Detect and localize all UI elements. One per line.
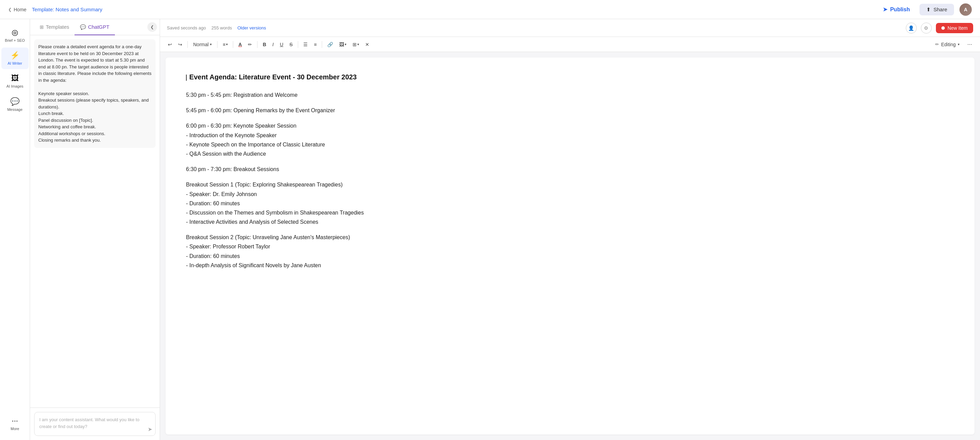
link-icon: 🔗 <box>327 42 333 47</box>
more-icon: ⋯ <box>967 42 972 47</box>
send-icon: ➤ <box>148 426 152 432</box>
home-link[interactable]: ❮ Home <box>8 7 26 12</box>
editor-meta: Saved seconds ago 255 words Older versio… <box>167 26 266 30</box>
chat-input-box[interactable]: I am your content assistant. What would … <box>34 412 156 436</box>
sidebar-item-label: More <box>11 427 19 431</box>
older-versions-link[interactable]: Older versions <box>237 26 266 30</box>
share-button[interactable]: ⬆ Share <box>920 4 954 15</box>
tab-templates[interactable]: ⊞ Templates <box>34 19 75 35</box>
chat-input-wrapper: I am your content assistant. What would … <box>34 412 156 436</box>
paragraph-style-select[interactable]: Normal ▾ <box>191 40 215 49</box>
topbar-settings-icon-button[interactable]: ⚙ <box>921 22 932 33</box>
nav-left: ❮ Home Template: Notes and Summary <box>8 6 102 12</box>
content-breakout-2: Breakout Session 2 (Topic: Unraveling Ja… <box>186 233 954 270</box>
bullet-list-icon: ☰ <box>303 42 308 47</box>
content-line-1: 5:45 pm - 6:00 pm: Opening Remarks by th… <box>186 106 954 115</box>
templates-icon: ⊞ <box>40 24 44 30</box>
link-button[interactable]: 🔗 <box>325 40 336 49</box>
bold-icon: B <box>262 42 266 47</box>
word-count: 255 words <box>211 26 232 30</box>
editor-topbar-right: 👤 ⚙ New Item <box>906 22 973 33</box>
chat-content: Please create a detailed event agenda fo… <box>30 35 160 408</box>
publish-icon: ➤ <box>883 6 887 13</box>
redo-icon: ↪ <box>178 42 182 47</box>
publish-button[interactable]: ➤ Publish <box>879 3 914 15</box>
italic-button[interactable]: I <box>270 40 276 49</box>
toolbar-sep-5 <box>298 41 298 48</box>
ai-writer-icon: ⚡ <box>10 51 19 60</box>
tab-chatgpt[interactable]: 💬 ChatGPT <box>75 19 115 35</box>
home-label: Home <box>14 7 26 12</box>
sidebar-item-message[interactable]: 💬 Message <box>2 94 29 115</box>
toolbar-sep-6 <box>322 41 322 48</box>
sidebar-item-ai-images[interactable]: 🖼 AI Images <box>2 70 29 92</box>
numbered-list-button[interactable]: ≡ <box>312 40 319 49</box>
settings-icon: ⚙ <box>924 26 928 31</box>
brief-seo-icon: ◎ <box>12 28 18 37</box>
underline-button[interactable]: U <box>277 40 286 49</box>
content-breakout-1: Breakout Session 1 (Topic: Exploring Sha… <box>186 180 954 226</box>
share-icon: ⬆ <box>926 6 931 13</box>
avatar[interactable]: A <box>959 3 972 16</box>
new-item-button[interactable]: New Item <box>936 23 973 33</box>
editing-chevron-icon: ▾ <box>958 42 959 46</box>
strikethrough-button[interactable]: S <box>287 40 295 49</box>
topbar-user-icon-button[interactable]: 👤 <box>906 22 917 33</box>
toolbar-sep-3 <box>233 41 233 48</box>
undo-button[interactable]: ↩ <box>165 40 174 49</box>
saved-text: Saved seconds ago <box>167 26 206 30</box>
sidebar-item-more[interactable]: ··· More <box>2 413 29 435</box>
sidebar-item-label: Message <box>7 107 22 112</box>
editor-toolbar: ↩ ↪ Normal ▾ ≡ ▾ A ✏ B <box>160 37 980 52</box>
text-color-button[interactable]: A <box>236 40 244 49</box>
image-chevron-icon: ▾ <box>345 42 346 46</box>
content-line-0: 5:30 pm - 5:45 pm: Registration and Welc… <box>186 90 954 100</box>
panel-collapse-button[interactable]: ❮ <box>147 22 157 32</box>
numbered-list-icon: ≡ <box>314 42 317 47</box>
bold-button[interactable]: B <box>260 40 269 49</box>
document-title: Event Agenda: Literature Event - 30 Dece… <box>186 71 954 83</box>
bullet-list-button[interactable]: ☰ <box>301 40 310 49</box>
table-icon: ⊞ <box>353 42 356 47</box>
chat-bubble: Please create a detailed event agenda fo… <box>34 39 156 148</box>
redo-button[interactable]: ↪ <box>176 40 185 49</box>
nav-right: ➤ Publish ⬆ Share A <box>879 3 972 16</box>
align-icon: ≡ <box>223 42 225 47</box>
main-layout: ◎ Brief + SEO ⚡ AI Writer 🖼 AI Images 💬 … <box>0 19 980 440</box>
editor-area: Saved seconds ago 255 words Older versio… <box>160 19 980 440</box>
sidebar-item-label: AI Writer <box>8 61 22 66</box>
content-line-6: 6:30 pm - 7:30 pm: Breakout Sessions <box>186 164 954 174</box>
highlight-button[interactable]: ✏ <box>245 40 255 49</box>
clear-format-button[interactable]: ✕ <box>363 40 372 49</box>
top-nav: ❮ Home Template: Notes and Summary ➤ Pub… <box>0 0 980 19</box>
image-button[interactable]: 🖼 ▾ <box>337 40 349 49</box>
content-line-2: 6:00 pm - 6:30 pm: Keynote Speaker Sessi… <box>186 121 954 158</box>
underline-icon: U <box>280 42 283 47</box>
panel-area: ⊞ Templates 💬 ChatGPT ❮ Please create a … <box>30 19 160 440</box>
more-icon: ··· <box>12 416 18 425</box>
chat-send-button[interactable]: ➤ <box>148 426 152 432</box>
align-button[interactable]: ≡ ▾ <box>220 40 230 49</box>
italic-icon: I <box>272 42 274 47</box>
editing-button[interactable]: ✏ Editing ▾ <box>932 40 962 49</box>
icon-sidebar: ◎ Brief + SEO ⚡ AI Writer 🖼 AI Images 💬 … <box>0 19 30 440</box>
chevron-left-icon: ❮ <box>8 7 12 12</box>
table-button[interactable]: ⊞ ▾ <box>350 40 361 49</box>
sidebar-item-brief-seo[interactable]: ◎ Brief + SEO <box>2 25 29 46</box>
edit-pen-icon: ✏ <box>935 42 939 47</box>
template-label: Template: Notes and Summary <box>32 6 102 12</box>
sidebar-item-ai-writer[interactable]: ⚡ AI Writer <box>2 48 29 69</box>
cursor <box>186 75 187 81</box>
new-item-dot <box>941 26 945 30</box>
clear-format-icon: ✕ <box>365 42 369 47</box>
image-icon: 🖼 <box>339 42 344 47</box>
chat-input-placeholder: I am your content assistant. What would … <box>39 416 142 430</box>
undo-icon: ↩ <box>168 42 172 47</box>
strikethrough-icon: S <box>290 42 293 47</box>
more-toolbar-button[interactable]: ⋯ <box>965 40 975 49</box>
table-chevron-icon: ▾ <box>357 42 359 46</box>
user-circle-icon: 👤 <box>908 26 914 31</box>
message-icon: 💬 <box>10 97 19 106</box>
chat-bubble-text: Please create a detailed event agenda fo… <box>38 44 151 143</box>
editor-content[interactable]: Event Agenda: Literature Event - 30 Dece… <box>165 57 975 435</box>
